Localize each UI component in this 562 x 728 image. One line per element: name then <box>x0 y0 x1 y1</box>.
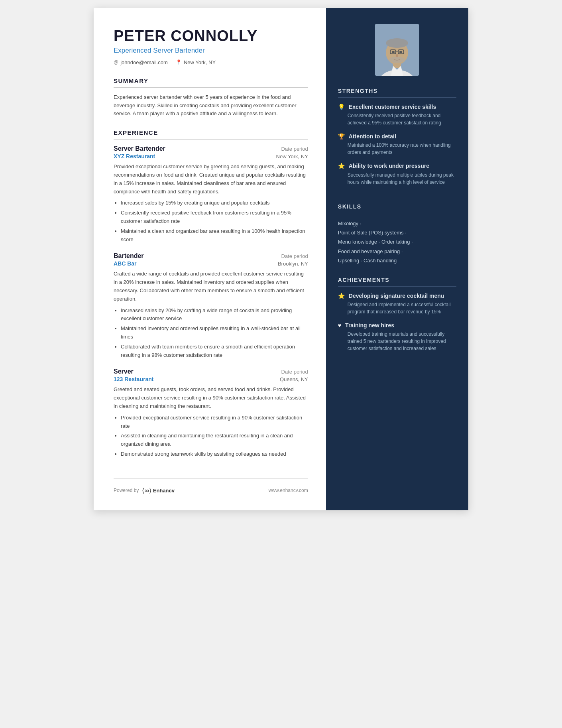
exp-bullet: Demonstrated strong teamwork skills by a… <box>121 450 308 458</box>
strength-header: 🏆 Attention to detail <box>338 133 456 140</box>
strength-icon: 🏆 <box>338 133 345 140</box>
exp-company-line: ABC Bar Brooklyn, NY <box>114 260 308 267</box>
exp-bullet: Consistently received positive feedback … <box>121 209 308 226</box>
strength-description: Successfully managed multiple tables dur… <box>338 171 456 186</box>
achievements-items: ⭐ Developing signature cocktail menu Des… <box>338 292 456 352</box>
footer-url: www.enhancv.com <box>269 488 308 493</box>
left-panel: PETER CONNOLLY Experienced Server Barten… <box>94 8 326 510</box>
svg-point-11 <box>389 57 405 63</box>
achievement-icon: ♥ <box>338 322 341 329</box>
exp-bullet: Maintained a clean and organized bar are… <box>121 227 308 244</box>
achievement-item: ⭐ Developing signature cocktail menu Des… <box>338 292 456 315</box>
strength-title: Ability to work under pressure <box>349 162 429 169</box>
experience-section: EXPERIENCE Server Bartender Date period … <box>114 129 308 467</box>
exp-date: Date period <box>281 253 308 259</box>
candidate-photo <box>375 24 419 76</box>
exp-bullets-list: Increased sales by 15% by creating uniqu… <box>114 199 308 244</box>
experience-item: Server Bartender Date period XYZ Restaur… <box>114 145 308 244</box>
strength-item: 🏆 Attention to detail Maintained a 100% … <box>338 133 456 156</box>
achievement-description: Designed and implemented a successful co… <box>338 301 456 315</box>
contact-email: @ johndoe@email.com <box>114 59 168 65</box>
achievement-item: ♥ Training new hires Developed training … <box>338 322 456 352</box>
skill-item: Point of Sale (POS) systems · <box>338 228 456 237</box>
skill-item: Menu knowledge · Order taking · <box>338 237 456 246</box>
summary-text: Experienced server bartender with over 5… <box>114 93 308 118</box>
brand-name: Enhancv <box>153 488 175 494</box>
summary-section: SUMMARY Experienced server bartender wit… <box>114 77 308 118</box>
exp-location: New York, NY <box>276 153 308 159</box>
achievements-section: ACHIEVEMENTS ⭐ Developing signature cock… <box>338 277 456 358</box>
exp-job-title: Bartender <box>114 252 144 260</box>
skills-title: SKILLS <box>338 203 456 213</box>
skills-section: SKILLS Mixology ·Point of Sale (POS) sys… <box>338 203 456 266</box>
email-text: johndoe@email.com <box>120 59 168 65</box>
experience-items: Server Bartender Date period XYZ Restaur… <box>114 145 308 458</box>
exp-company-line: XYZ Restaurant New York, NY <box>114 153 308 159</box>
strength-header: 💡 Excellent customer service skills <box>338 103 456 110</box>
achievement-description: Developed training materials and success… <box>338 331 456 352</box>
header-section: PETER CONNOLLY Experienced Server Barten… <box>114 28 308 65</box>
footer-logo: ⟨∞⟩ Enhancv <box>142 487 175 494</box>
strengths-title: STRENGTHS <box>338 88 456 98</box>
achievements-title: ACHIEVEMENTS <box>338 277 456 287</box>
candidate-title: Experienced Server Bartender <box>114 47 308 55</box>
svg-rect-5 <box>392 51 395 53</box>
exp-company-line: 123 Restaurant Queens, NY <box>114 376 308 382</box>
strength-icon: 💡 <box>338 104 345 110</box>
exp-header: Bartender Date period <box>114 252 308 260</box>
exp-date: Date period <box>281 146 308 152</box>
exp-description: Crafted a wide range of cocktails and pr… <box>114 270 308 303</box>
exp-job-title: Server Bartender <box>114 145 165 152</box>
exp-bullet: Collaborated with team members to ensure… <box>121 343 308 360</box>
strengths-items: 💡 Excellent customer service skills Cons… <box>338 103 456 186</box>
exp-job-title: Server <box>114 368 134 375</box>
exp-bullet: Provided exceptional customer service re… <box>121 414 308 431</box>
footer-left: Powered by ⟨∞⟩ Enhancv <box>114 487 175 494</box>
exp-description: Greeted and seated guests, took orders, … <box>114 386 308 410</box>
svg-point-4 <box>386 38 408 48</box>
exp-bullets-list: Increased sales by 20% by crafting a wid… <box>114 307 308 360</box>
exp-date: Date period <box>281 369 308 375</box>
right-panel: STRENGTHS 💡 Excellent customer service s… <box>326 8 468 510</box>
strength-title: Attention to detail <box>349 133 396 140</box>
strength-icon: ⭐ <box>338 163 345 169</box>
exp-bullets-list: Provided exceptional customer service re… <box>114 414 308 458</box>
exp-company: XYZ Restaurant <box>114 153 155 159</box>
enhancv-logo-icon: ⟨∞⟩ <box>142 487 151 494</box>
exp-company: ABC Bar <box>114 260 137 267</box>
location-icon: 📍 <box>176 59 182 65</box>
achievement-title: Developing signature cocktail menu <box>349 292 444 299</box>
experience-item: Server Date period 123 Restaurant Queens… <box>114 368 308 458</box>
exp-bullet: Increased sales by 15% by creating uniqu… <box>121 199 308 207</box>
summary-title: SUMMARY <box>114 77 308 88</box>
resume-container: PETER CONNOLLY Experienced Server Barten… <box>94 8 468 510</box>
strength-item: 💡 Excellent customer service skills Cons… <box>338 103 456 126</box>
footer: Powered by ⟨∞⟩ Enhancv www.enhancv.com <box>114 478 308 494</box>
contact-info: @ johndoe@email.com 📍 New York, NY <box>114 59 308 65</box>
strengths-section: STRENGTHS 💡 Excellent customer service s… <box>338 88 456 192</box>
skill-item: Upselling · Cash handling <box>338 256 456 265</box>
achievement-icon: ⭐ <box>338 293 345 299</box>
location-text: New York, NY <box>184 59 216 65</box>
email-icon: @ <box>114 59 118 65</box>
photo-container <box>338 24 456 76</box>
exp-header: Server Bartender Date period <box>114 145 308 152</box>
experience-title: EXPERIENCE <box>114 129 308 140</box>
skill-item: Food and beverage pairing · <box>338 247 456 256</box>
strength-header: ⭐ Ability to work under pressure <box>338 162 456 169</box>
skills-list: Mixology ·Point of Sale (POS) systems ·M… <box>338 219 456 266</box>
exp-bullet: Assisted in cleaning and maintaining the… <box>121 432 308 449</box>
skill-item: Mixology · <box>338 219 456 228</box>
exp-bullet: Maintained inventory and ordered supplie… <box>121 325 308 341</box>
achievement-header: ♥ Training new hires <box>338 322 456 329</box>
powered-by-text: Powered by <box>114 488 139 493</box>
contact-location: 📍 New York, NY <box>176 59 216 65</box>
strength-item: ⭐ Ability to work under pressure Success… <box>338 162 456 185</box>
exp-company: 123 Restaurant <box>114 376 153 382</box>
candidate-name: PETER CONNOLLY <box>114 28 308 45</box>
exp-header: Server Date period <box>114 368 308 375</box>
svg-rect-6 <box>399 51 402 53</box>
achievement-title: Training new hires <box>345 322 394 329</box>
exp-bullet: Increased sales by 20% by crafting a wid… <box>121 307 308 323</box>
experience-item: Bartender Date period ABC Bar Brooklyn, … <box>114 252 308 359</box>
